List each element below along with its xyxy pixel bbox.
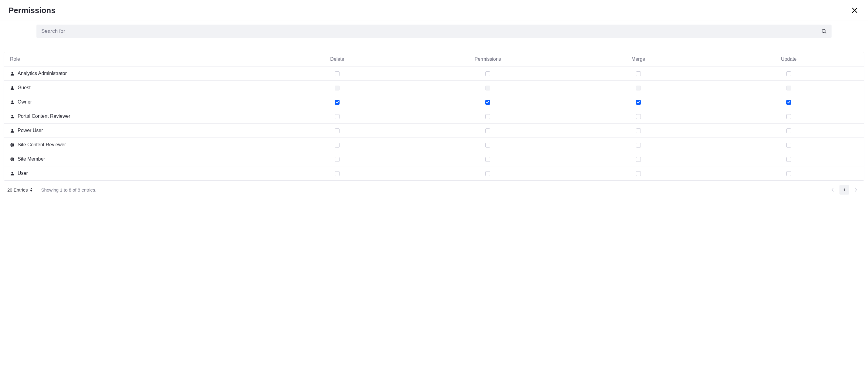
permission-cell [713,109,864,124]
table-row: Power User [4,124,864,138]
checkbox-permissions[interactable] [485,157,490,162]
permissions-table: Role Delete Permissions Merge Update Ana… [4,52,864,180]
checkbox-update[interactable] [786,128,791,133]
permission-cell [713,81,864,95]
chevron-right-icon [854,188,857,192]
column-header-delete: Delete [262,52,413,66]
role-label: Portal Content Reviewer [18,114,70,119]
table-header-row: Role Delete Permissions Merge Update [4,52,864,66]
role-cell: Site Content Reviewer [4,138,262,152]
caret-sort-icon [30,188,33,192]
role-label: Power User [18,128,43,133]
checkbox-update[interactable] [786,171,791,176]
permission-cell [563,81,714,95]
column-header-role: Role [4,52,262,66]
user-icon [10,71,14,76]
checkbox-delete[interactable] [335,71,340,76]
pagination: 1 [828,185,861,195]
permission-cell [713,166,864,181]
check-icon [787,100,790,104]
table-row: User [4,166,864,181]
checkbox-delete[interactable] [335,171,340,176]
table-row: Site Content Reviewer [4,138,864,152]
svg-point-7 [11,115,13,116]
permission-cell [412,109,563,124]
checkbox-merge[interactable] [636,71,641,76]
checkbox-permissions[interactable] [485,100,490,105]
entries-per-page-select[interactable]: 20 Entries [7,187,33,192]
svg-line-3 [825,32,826,33]
permission-cell [262,138,413,152]
checkbox-merge [636,86,641,90]
check-icon [637,100,640,104]
role-label: Site Member [18,156,45,162]
search-icon[interactable] [821,29,827,34]
permissions-table-container: Role Delete Permissions Merge Update Ana… [4,52,864,181]
table-row: Owner [4,95,864,109]
checkbox-merge[interactable] [636,157,641,162]
checkbox-merge[interactable] [636,128,641,133]
checkbox-permissions[interactable] [485,128,490,133]
checkbox-permissions[interactable] [485,171,490,176]
search-bar [36,25,832,38]
checkbox-delete[interactable] [335,128,340,133]
permission-cell [563,95,714,109]
user-icon [10,86,14,90]
permission-cell [713,138,864,152]
modal-header: Permissions [0,0,868,21]
checkbox-update[interactable] [786,143,791,148]
chevron-left-icon [831,188,834,192]
checkbox-update[interactable] [786,157,791,162]
checkbox-update[interactable] [786,100,791,105]
permission-cell [563,109,714,124]
role-cell: Portal Content Reviewer [4,109,262,124]
svg-point-8 [11,129,13,130]
table-row: Guest [4,81,864,95]
close-icon [851,7,858,14]
pagination-next-button[interactable] [851,185,861,195]
permission-cell [412,95,563,109]
role-cell: Power User [4,124,262,138]
pagination-page-1[interactable]: 1 [839,185,849,195]
role-cell: Analytics Administrator [4,66,262,81]
checkbox-permissions[interactable] [485,114,490,119]
permission-cell [262,109,413,124]
role-cell: User [4,166,262,181]
checkbox-update[interactable] [786,114,791,119]
checkbox-delete[interactable] [335,100,340,105]
table-row: Site Member [4,152,864,166]
permission-cell [262,81,413,95]
checkbox-permissions[interactable] [485,71,490,76]
entries-label: 20 Entries [7,187,28,192]
table-row: Portal Content Reviewer [4,109,864,124]
svg-point-6 [11,100,13,102]
pagination-prev-button[interactable] [828,185,838,195]
checkbox-merge[interactable] [636,171,641,176]
checkbox-delete[interactable] [335,114,340,119]
checkbox-permissions[interactable] [485,143,490,148]
showing-entries-text: Showing 1 to 8 of 8 entries. [41,187,97,192]
user-icon [10,100,14,104]
permission-cell [412,138,563,152]
table-footer: 20 Entries Showing 1 to 8 of 8 entries. … [0,181,868,199]
checkbox-delete[interactable] [335,143,340,148]
close-button[interactable] [850,5,860,15]
checkbox-merge[interactable] [636,114,641,119]
checkbox-merge[interactable] [636,143,641,148]
permission-cell [563,152,714,166]
permission-cell [412,66,563,81]
checkbox-update[interactable] [786,71,791,76]
role-label: Analytics Administrator [18,71,67,76]
permission-cell [563,124,714,138]
checkbox-merge[interactable] [636,100,641,105]
permission-cell [412,152,563,166]
column-header-merge: Merge [563,52,714,66]
search-input[interactable] [41,28,821,34]
permission-cell [563,138,714,152]
checkbox-delete[interactable] [335,157,340,162]
permission-cell [563,66,714,81]
role-cell: Site Member [4,152,262,166]
permission-cell [713,152,864,166]
search-container [0,21,868,41]
permission-cell [262,166,413,181]
